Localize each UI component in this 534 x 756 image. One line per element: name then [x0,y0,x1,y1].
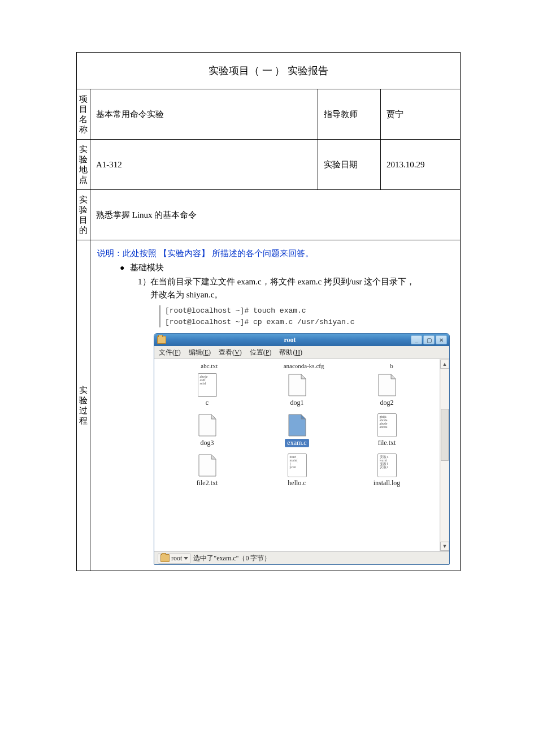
file-label: dog2 [380,399,394,407]
file-label: exam.c [285,439,309,447]
menu-help[interactable]: 帮助(H) [279,348,302,357]
file-item-install-log[interactable]: 安装 s warni 安装 f 安装 tinstall.log [342,453,432,487]
bullet-icon: ● [120,263,124,273]
fm-menubar[interactable]: 文件(F) 编辑(E) 查看(V) 位置(P) 帮助(H) [154,346,449,359]
file-label: dog3 [201,439,214,447]
label-location: 实验地点 [77,140,90,190]
file-item-dog3[interactable]: dog3 [162,413,252,447]
terminal-snippet: [root@localhost ~]# touch exam.c [root@l… [159,305,453,327]
text-file-icon: 安装 s warni 安装 f 安装 t [377,453,397,477]
bullet-label: 基础模块 [130,262,164,273]
terminal-line-1: [root@localhost ~]# touch exam.c [165,305,453,317]
window-minimize-button[interactable]: _ [411,335,422,344]
label-objective: 实验目的 [77,190,90,240]
report-table: 实验项目（ 一 ） 实验报告 项目名称 基本常用命令实验 指导教师 贾宁 实验地… [76,52,461,571]
fm-title: root [169,336,411,344]
scroll-up-button[interactable]: ▲ [440,360,449,369]
document-icon [198,413,217,437]
menu-edit[interactable]: 编辑(E) [189,348,211,357]
document-icon [377,373,397,397]
scroll-track[interactable] [441,369,449,541]
label-date: 实验日期 [318,140,381,190]
process-item-1: 1）在当前目录下建立文件 exam.c，将文件 exam.c 拷贝到/usr 这… [138,275,453,301]
document-icon [288,413,307,437]
file-item-dog1[interactable]: dog1 [252,373,342,407]
file-label: dog1 [290,399,304,407]
label-teacher: 指导教师 [318,89,381,140]
process-cell: 说明：此处按照 【实验内容】 所描述的各个问题来回答。 ● 基础模块 1）在当前… [90,240,461,571]
label-project-name: 项目名称 [77,89,90,140]
report-title: 实验项目（ 一 ） 实验报告 [77,53,461,89]
fm-status-text: 选中了"exam.c"（0 字节） [193,554,271,563]
fm-location-label: root [171,554,182,563]
file-label: file.txt [378,439,396,447]
text-file-icon: abcde asdf ssfsf [198,373,217,397]
scroll-down-button[interactable]: ▼ [440,542,449,551]
document-icon [198,453,217,477]
file-item-hello-c[interactable]: #incl main( { printhello.c [252,453,342,487]
value-objective: 熟悉掌握 Linux 的基本命令 [90,190,461,240]
terminal-line-2: [root@localhost ~]# cp exam.c /usr/shiya… [165,317,453,328]
file-label: hello.c [288,479,306,487]
text-file-icon: #incl main( { print [288,453,307,477]
process-note: 说明：此处按照 【实验内容】 所描述的各个问题来回答。 [97,248,453,259]
window-close-button[interactable]: ✕ [436,335,447,344]
window-maximize-button[interactable]: ▢ [423,335,435,344]
value-location: A1-312 [90,140,318,190]
fm-scrollbar[interactable]: ▲ ▼ [440,359,449,551]
chevron-down-icon [184,557,188,560]
menu-file[interactable]: 文件(F) [159,348,181,357]
value-project-name: 基本常用命令实验 [90,89,318,140]
file-item-exam-c[interactable]: exam.c [252,413,342,447]
text-file-icon: ghijk abcde abcde abcde [377,413,397,437]
file-item-file-txt[interactable]: ghijk abcde abcde abcdefile.txt [342,413,432,447]
menu-location[interactable]: 位置(P) [250,348,272,357]
file-item-file2-txt[interactable]: file2.txt [162,453,252,487]
fm-cutoff-row: abc.txt anaconda-ks.cfg b [157,362,437,369]
file-label: file2.txt [197,479,218,487]
file-label: c [206,399,209,407]
bullet-basic-module: ● 基础模块 [120,262,453,273]
fm-location-button[interactable]: root [158,553,191,564]
file-item-c[interactable]: abcde asdf ssfsfc [162,373,252,407]
folder-icon [157,336,166,344]
document-icon [288,373,307,397]
file-item-dog2[interactable]: dog2 [342,373,432,407]
value-teacher: 贾宁 [381,89,461,140]
scroll-thumb[interactable] [441,409,449,461]
fm-statusbar: root 选中了"exam.c"（0 字节） [154,551,449,564]
menu-view[interactable]: 查看(V) [219,348,242,357]
fm-file-area[interactable]: abc.txt anaconda-ks.cfg b abcde asdf ssf… [154,359,440,551]
label-process: 实验过程 [77,240,90,571]
fm-titlebar[interactable]: root _ ▢ ✕ [154,334,449,346]
folder-icon [160,554,170,562]
file-label: install.log [374,479,401,487]
file-manager-window: root _ ▢ ✕ 文件(F) 编辑(E) 查看(V) 位置(P) 帮助(H) [154,333,450,565]
value-date: 2013.10.29 [381,140,461,190]
